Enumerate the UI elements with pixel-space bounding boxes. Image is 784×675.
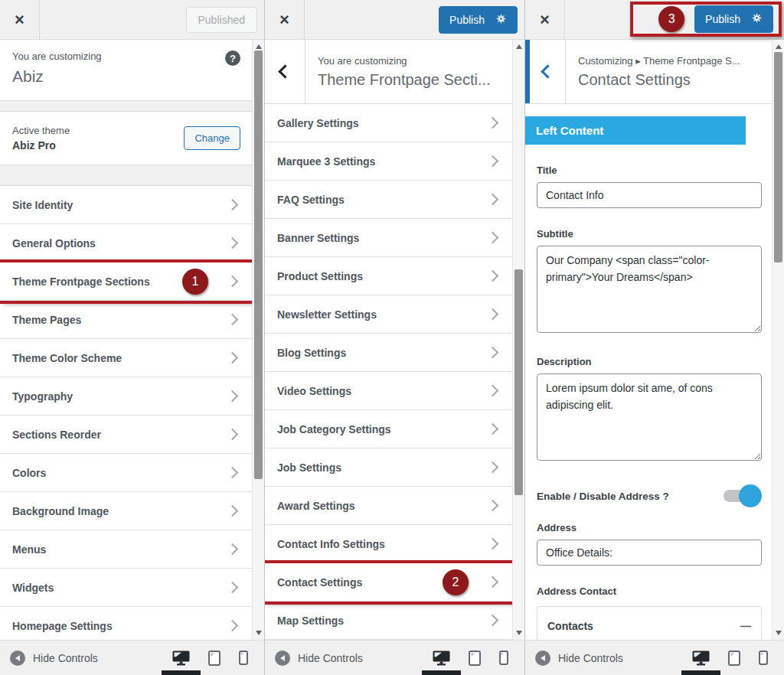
menu-item[interactable]: Product Settings	[265, 257, 513, 295]
contacts-accordion-label: Contacts	[547, 620, 593, 632]
menu-item[interactable]: Homepage Settings	[0, 607, 253, 640]
mobile-preview-button[interactable]	[499, 651, 508, 665]
desktop-preview-button[interactable]	[433, 651, 450, 666]
mobile-preview-button[interactable]	[239, 651, 248, 665]
subtitle-textarea[interactable]: Our Company <span class="color-primary">…	[537, 246, 762, 333]
menu-item[interactable]: FAQ Settings	[265, 181, 513, 219]
panel2-nav-header: You are customizing Theme Frontpage Sect…	[265, 40, 513, 104]
step3-annotation-box: 3 Publish	[630, 2, 782, 37]
hide-controls-label[interactable]: Hide Controls	[298, 652, 363, 664]
scrollbar-thumb[interactable]	[514, 269, 523, 495]
divider	[0, 165, 253, 186]
step-annotation-badge: 2	[443, 569, 469, 595]
menu-item-label: Sections Reorder	[12, 429, 228, 441]
mobile-preview-button[interactable]	[759, 651, 768, 665]
menu-item[interactable]: Sections Reorder	[0, 416, 253, 454]
menu-item[interactable]: Theme Color Scheme	[0, 339, 253, 377]
change-theme-button[interactable]: Change	[184, 126, 240, 150]
published-button[interactable]: Published	[186, 7, 258, 33]
chevron-right-icon	[227, 199, 239, 211]
description-textarea[interactable]: Lorem ipsum dolor sit ame, of cons adipi…	[537, 373, 762, 461]
menu-item[interactable]: Blog Settings	[265, 334, 513, 372]
collapse-controls-icon[interactable]	[10, 651, 25, 666]
publish-button[interactable]: Publish	[694, 5, 773, 33]
gear-icon[interactable]	[495, 13, 507, 27]
collapse-controls-icon[interactable]	[275, 651, 290, 666]
chevron-right-icon	[227, 467, 239, 479]
help-icon[interactable]: ?	[225, 51, 240, 66]
menu-item-label: Gallery Settings	[277, 117, 488, 129]
gear-icon[interactable]	[751, 12, 763, 26]
menu-item-label: Blog Settings	[277, 347, 488, 359]
hide-controls-label[interactable]: Hide Controls	[33, 652, 98, 664]
tablet-preview-button[interactable]	[469, 651, 481, 666]
scroll-down-icon[interactable]	[773, 627, 784, 639]
desktop-preview-button[interactable]	[172, 651, 190, 666]
menu-item-label: Video Settings	[277, 385, 488, 397]
menu-item[interactable]: Theme Frontpage Sections 1	[0, 262, 253, 301]
menu-item-label: Award Settings	[277, 500, 488, 512]
menu-item[interactable]: Gallery Settings	[265, 104, 513, 142]
menu-item[interactable]: Marquee 3 Settings	[265, 142, 513, 181]
menu-item[interactable]: Map Settings	[265, 602, 513, 640]
title-input[interactable]	[537, 182, 762, 208]
scrollbar[interactable]	[512, 40, 524, 640]
menu-item[interactable]: Typography	[0, 377, 253, 416]
left-content-heading: Left Content	[525, 116, 746, 145]
scroll-down-icon[interactable]	[253, 627, 264, 639]
scrollbar[interactable]	[772, 40, 784, 640]
menu-item[interactable]: Newsletter Settings	[265, 295, 513, 334]
contacts-accordion-header[interactable]: Contacts —	[537, 606, 762, 640]
address-toggle[interactable]	[724, 490, 759, 502]
close-icon[interactable]: ×	[265, 0, 305, 39]
menu-item-label: Widgets	[12, 582, 228, 594]
menu-item[interactable]: Award Settings	[265, 487, 513, 525]
scrollbar[interactable]	[252, 40, 264, 640]
menu-item[interactable]: Theme Pages	[0, 301, 253, 339]
back-button[interactable]	[265, 40, 305, 103]
chevron-right-icon	[487, 500, 499, 512]
menu-item[interactable]: Video Settings	[265, 372, 513, 410]
menu-item-label: Contact Settings	[277, 576, 443, 589]
tablet-preview-button[interactable]	[208, 651, 220, 666]
hide-controls-label[interactable]: Hide Controls	[558, 652, 623, 664]
scroll-up-icon[interactable]	[513, 41, 524, 53]
desktop-preview-button[interactable]	[692, 651, 710, 666]
chevron-left-icon	[278, 64, 292, 78]
collapse-controls-icon[interactable]	[535, 651, 550, 666]
menu-item[interactable]: Site Identity	[0, 186, 253, 224]
description-label: Description	[537, 356, 761, 367]
scrollbar-thumb[interactable]	[254, 51, 263, 479]
panel2-content: You are customizing Theme Frontpage Sect…	[265, 40, 524, 640]
scrollbar-thumb[interactable]	[774, 52, 782, 262]
menu-item[interactable]: Menus	[0, 530, 253, 569]
menu-item[interactable]: Colors	[0, 454, 253, 492]
back-button[interactable]	[530, 40, 566, 103]
chevron-right-icon	[227, 620, 239, 632]
menu-item[interactable]: Contact Info Settings	[265, 525, 513, 563]
address-toggle-label: Enable / Disable Address ?	[537, 491, 669, 502]
tablet-preview-button[interactable]	[728, 651, 740, 666]
chevron-right-icon	[487, 385, 499, 397]
publish-button[interactable]: Publish	[439, 6, 518, 34]
menu-item-label: Marquee 3 Settings	[277, 155, 488, 168]
chevron-right-icon	[487, 461, 499, 474]
chevron-left-icon	[541, 64, 554, 78]
menu-item[interactable]: Banner Settings	[265, 219, 513, 257]
collapse-icon[interactable]: —	[740, 620, 751, 632]
menu-item[interactable]: Widgets	[0, 569, 253, 607]
panel1-topbar: × Published	[0, 0, 264, 40]
menu-item[interactable]: Job Category Settings	[265, 410, 513, 448]
menu-item[interactable]: Job Settings	[265, 448, 513, 487]
close-icon[interactable]: ×	[525, 0, 565, 39]
menu-item[interactable]: Contact Settings 2	[265, 563, 513, 602]
menu-item[interactable]: Background Image	[0, 492, 253, 530]
address-input[interactable]	[537, 540, 762, 566]
close-icon[interactable]: ×	[0, 0, 40, 39]
scroll-up-icon[interactable]	[773, 41, 784, 53]
menu-item-label: Newsletter Settings	[277, 308, 488, 321]
scroll-down-icon[interactable]	[513, 627, 524, 639]
chevron-right-icon	[227, 276, 239, 288]
root-menu: Site Identity General Options Theme Fr	[0, 186, 253, 640]
menu-item[interactable]: General Options	[0, 224, 253, 262]
